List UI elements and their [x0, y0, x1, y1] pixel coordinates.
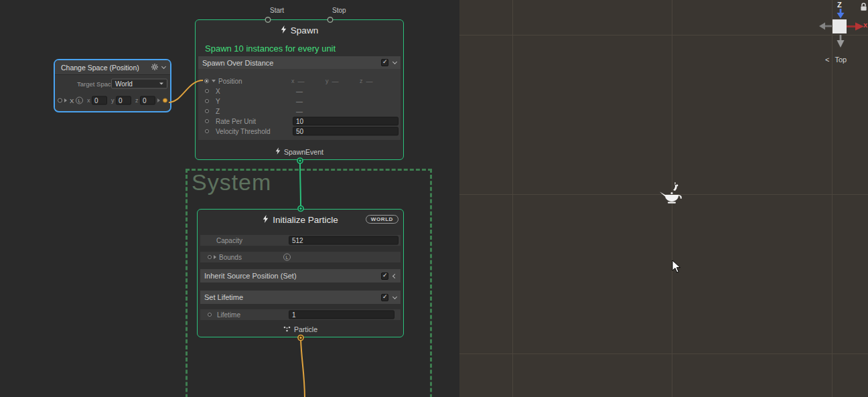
inherit-source-position-block[interactable]: Inherit Source Position (Set) — [200, 269, 401, 283]
capacity-row[interactable]: Capacity 512 — [200, 235, 401, 246]
property-value: — — [296, 87, 303, 94]
change-space-node[interactable]: Change Space (Position) Target Space Wor… — [54, 59, 171, 112]
input-label: X — [70, 97, 74, 104]
x-input-port[interactable] — [205, 89, 209, 93]
velocity-input-port[interactable] — [205, 129, 209, 133]
position-x-component: x — — [291, 77, 305, 84]
node-title: Initialize Particle — [273, 215, 338, 225]
rate-input-port[interactable] — [205, 119, 209, 123]
capacity-field[interactable]: 512 — [289, 236, 399, 245]
spawn-block-properties: Position x — y — z — X — — [198, 69, 401, 140]
x-input-port[interactable] — [58, 98, 62, 103]
system-group-label[interactable]: System — [192, 169, 271, 195]
block-enabled-checkbox[interactable] — [381, 59, 388, 66]
change-space-header[interactable]: Change Space (Position) — [55, 60, 170, 75]
axis-x-label[interactable]: x — [863, 21, 867, 29]
x-value-field[interactable]: 0 — [92, 96, 107, 105]
negative-axis-arrow-icon[interactable] — [837, 35, 845, 48]
property-label: Capacity — [216, 237, 242, 244]
property-value: — — [296, 107, 303, 114]
negative-axis-arrow-icon[interactable] — [819, 22, 832, 30]
x-axis-arrow-icon[interactable] — [847, 22, 865, 31]
z-value-field[interactable]: 0 — [140, 96, 155, 105]
dropdown-caret-icon — [159, 83, 163, 85]
spawn-start-flow-label: Start — [270, 7, 284, 14]
x-property-row[interactable]: X — — [198, 86, 401, 96]
property-label: X — [216, 87, 220, 94]
output-port[interactable] — [163, 98, 167, 103]
block-title: Spawn Over Distance — [202, 59, 273, 67]
property-label: Position — [218, 77, 242, 84]
grid-line — [459, 35, 868, 35]
spawn-event-flow-output[interactable]: SpawnEvent — [196, 147, 403, 156]
lifetime-row[interactable]: Lifetime 1 — [200, 309, 401, 320]
world-space-badge[interactable]: WORLD — [366, 215, 399, 224]
set-lifetime-block[interactable]: Set Lifetime — [200, 291, 401, 304]
space-toggle-badge[interactable]: L — [283, 254, 291, 261]
spawn-node-title-bar[interactable]: Spawn — [196, 20, 403, 40]
coord-label: y — [111, 97, 115, 104]
particle-flow-output[interactable]: Particle — [198, 325, 403, 333]
bounds-input-port[interactable] — [208, 255, 212, 259]
block-title: Inherit Source Position (Set) — [204, 272, 297, 280]
coord-label: z — [135, 97, 139, 104]
property-label: Bounds — [219, 254, 242, 261]
gizmo-cube-face[interactable] — [833, 19, 847, 33]
lightning-bolt-icon — [263, 215, 269, 225]
dropdown-value: World — [115, 80, 133, 88]
output-arrow-icon — [157, 98, 160, 102]
spawn-context-node[interactable]: Spawn Spawn 10 instances for every unit … — [195, 19, 404, 160]
chevron-left-icon[interactable] — [392, 273, 397, 278]
particle-dots-icon — [283, 325, 291, 333]
lock-icon[interactable] — [859, 2, 868, 12]
node-title: Spawn — [291, 25, 318, 35]
spawn-summary-text: Spawn 10 instances for every unit — [196, 40, 403, 56]
grid-line — [512, 0, 513, 397]
block-enabled-checkbox[interactable] — [381, 272, 388, 280]
z-input-port[interactable] — [205, 109, 209, 113]
flow-output-label: SpawnEvent — [284, 148, 323, 156]
view-mode-label[interactable]: < Top — [825, 56, 847, 64]
velocity-threshold-field[interactable]: 50 — [293, 127, 399, 135]
y-property-row[interactable]: Y — — [198, 96, 401, 106]
bounds-row[interactable]: Bounds L — [200, 252, 401, 262]
target-space-label: Target Space — [77, 80, 115, 88]
property-label: Velocity Threshold — [216, 127, 271, 135]
z-axis-arrow-icon[interactable] — [837, 9, 845, 19]
axis-z-label[interactable]: Z — [837, 1, 842, 9]
coord-label: x — [87, 97, 90, 104]
position-input-port[interactable] — [204, 78, 209, 83]
initialize-particle-node[interactable]: Initialize Particle WORLD Capacity 512 B… — [197, 209, 404, 337]
velocity-threshold-row[interactable]: Velocity Threshold 50 — [198, 126, 401, 136]
chevron-down-icon[interactable] — [161, 64, 166, 69]
foldout-collapsed-icon[interactable] — [64, 98, 67, 102]
foldout-collapsed-icon[interactable] — [214, 255, 216, 259]
lightning-bolt-icon — [281, 25, 287, 35]
y-value-field[interactable]: 0 — [116, 96, 131, 105]
block-enabled-checkbox[interactable] — [381, 294, 388, 301]
vfx-graph-panel[interactable]: System Start Stop Spawn Spawn 10 instanc… — [0, 0, 459, 397]
position-y-component: y — — [326, 77, 339, 84]
gear-icon[interactable] — [151, 64, 158, 72]
chevron-down-icon[interactable] — [392, 60, 397, 64]
scene-view[interactable]: Z x < Top — [459, 0, 868, 397]
position-property-row[interactable]: Position x — y — z — — [198, 76, 401, 86]
property-value: — — [296, 97, 303, 104]
lifetime-field[interactable]: 1 — [289, 311, 394, 319]
foldout-expanded-icon[interactable] — [212, 80, 216, 82]
rate-per-unit-row[interactable]: Rate Per Unit 10 — [198, 116, 401, 126]
initialize-node-title-bar[interactable]: Initialize Particle WORLD — [198, 210, 403, 230]
chevron-down-icon[interactable] — [392, 294, 397, 299]
rate-per-unit-field[interactable]: 10 — [293, 116, 399, 125]
property-label: Y — [216, 97, 220, 104]
space-toggle-badge[interactable]: L — [76, 97, 83, 104]
spawn-over-distance-block-header[interactable]: Spawn Over Distance — [198, 56, 401, 69]
x-input-row: X L x 0 y 0 z 0 — [55, 94, 170, 106]
lightning-bolt-icon — [275, 147, 281, 156]
z-property-row[interactable]: Z — — [198, 106, 401, 116]
target-space-dropdown[interactable]: World — [111, 79, 167, 89]
lifetime-input-port[interactable] — [208, 313, 212, 317]
vfx-lamp-gizmo-icon[interactable] — [659, 181, 686, 208]
y-input-port[interactable] — [205, 99, 209, 103]
property-label: Z — [216, 107, 220, 114]
